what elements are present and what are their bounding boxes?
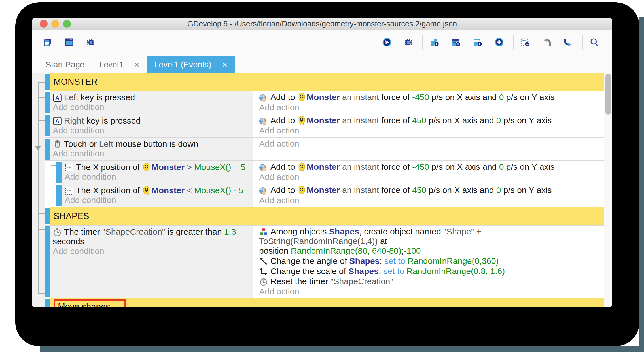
minimize-button[interactable] [51,20,59,28]
actions-column: Add to Monster an instant force of 450 p… [255,184,604,207]
tab-start-page[interactable]: Start Page [38,56,92,73]
sub-event-row: The X position of Monster > MouseX() + 5… [45,160,604,184]
event-handle[interactable] [45,208,50,224]
event-handle[interactable] [45,115,50,136]
search-button[interactable] [587,34,604,50]
condition-sentence[interactable]: The X position of Monster > MouseX() + 5 [65,162,250,172]
debug-button[interactable] [401,34,418,50]
traffic-lights [40,20,71,28]
toolbar-right-group [518,34,578,50]
text-segment-plain: at [378,236,387,246]
text-segment-expr: RandomInRange(0.8, 1.6) [406,266,505,276]
condition-sentence[interactable]: The X position of Monster < MouseX() - 5 [65,186,250,195]
tab-level1-events[interactable]: Level1 (Events)× [147,56,235,73]
scrollbar-thumb[interactable] [605,74,611,115]
group-event[interactable]: MONSTER [50,73,604,91]
tab-close-icon[interactable]: × [134,60,140,69]
play-button[interactable] [380,34,396,50]
event-handle[interactable] [45,299,50,307]
text-segment-object: Shapes [329,227,359,236]
toolbar-separator [513,35,514,50]
delete-event-icon [521,38,530,47]
conditions-column: Touch or Left mouse button is downAdd co… [50,138,253,160]
group-event-label[interactable]: Move shapes [58,302,110,307]
add-action-button[interactable]: Add action [259,287,601,296]
event-handle[interactable] [45,92,50,113]
toolbar-right-group [380,34,418,50]
timer-icon [53,228,62,237]
conditions-column: ARight key is pressedAdd condition [50,114,253,137]
debug-button[interactable] [84,34,100,50]
add-subevent-button[interactable] [449,34,465,50]
text-segment-plain: Add to [270,162,297,171]
action-sentence[interactable]: Add to Monster an instant force of -450 … [259,162,601,172]
add-comment-button[interactable] [471,34,487,50]
monster-icon [298,186,306,195]
group-event-label[interactable]: MONSTER [54,77,98,87]
text-segment-param: an instant [340,162,382,171]
action-sentence[interactable]: Add to Monster an instant force of 450 p… [259,185,601,195]
add-action-button[interactable]: Add action [259,139,601,149]
actions-column: Add to Monster an instant force of 450 p… [255,114,604,137]
text-segment-expr: 450 [412,116,426,125]
event-handle[interactable] [56,162,62,183]
condition-sentence[interactable]: ARight key is pressed [53,116,250,126]
zoom-button[interactable] [63,20,71,28]
condition-sentence[interactable]: ALeft key is pressed [53,93,250,102]
project-manager-icon [43,38,52,47]
add-condition-button[interactable]: Add condition [53,246,250,256]
text-segment-plain: , create object named [359,227,444,236]
close-button[interactable] [40,20,48,28]
action-sentence[interactable]: Change the scale of Shapes: set to Rando… [259,266,601,276]
action-sentence[interactable]: Among objects Shapes, create object name… [259,227,601,256]
text-segment-plain: p/s on Y axis [504,92,554,102]
conditions-column: The timer "ShapeCreation" is greater tha… [50,226,253,298]
text-segment-param: Right [64,116,86,125]
event-handle[interactable] [45,226,50,297]
scale-icon [259,267,268,276]
collapse-toggle-icon[interactable] [35,146,41,150]
add-action-button[interactable]: Add action [259,126,601,135]
object-reference: Monster [297,185,340,195]
tree-stub [38,97,45,98]
redo-icon [564,38,573,47]
force-hand-icon [259,93,268,102]
action-sentence[interactable]: Add to Monster an instant force of 450 p… [259,116,601,125]
add-plus-button[interactable] [492,34,509,50]
add-action-button[interactable]: Add action [259,196,601,205]
add-condition-button[interactable]: Add condition [65,172,250,182]
event-row: The timer "ShapeCreation" is greater tha… [45,225,604,298]
project-manager-button[interactable] [41,34,57,50]
group-event[interactable]: SHAPES [50,207,604,225]
action-sentence[interactable]: Change the angle of Shapes: set to Rando… [259,256,601,266]
text-segment-plain: Add to [270,185,297,195]
add-action-button[interactable]: Add action [259,172,601,182]
add-comment-icon [473,38,482,47]
delete-event-button[interactable] [518,34,535,50]
event-handle[interactable] [45,139,50,160]
undo-button[interactable] [540,34,556,50]
text-segment-plain: Reset the timer [270,277,331,286]
mouse-icon [53,140,62,149]
scene-editor-button[interactable] [62,34,79,50]
group-event-label[interactable]: SHAPES [54,211,89,221]
add-event-icon [430,38,439,47]
action-sentence[interactable]: Reset the timer "ShapeCreation" [259,277,601,286]
condition-sentence[interactable]: The timer "ShapeCreation" is greater tha… [53,227,250,246]
add-event-button[interactable] [427,34,444,50]
condition-sentence[interactable]: Touch or Left mouse button is down [53,139,250,149]
event-handle[interactable] [56,185,62,206]
action-sentence[interactable]: Add to Monster an instant force of -450 … [259,92,601,102]
tab-level1[interactable]: Level1× [92,56,147,73]
add-condition-button[interactable]: Add condition [53,102,250,112]
object-reference: Monster [297,92,340,102]
redo-button[interactable] [561,34,578,50]
add-condition-button[interactable]: Add condition [65,195,250,205]
add-condition-button[interactable]: Add condition [53,126,250,135]
tab-close-icon[interactable]: × [222,60,228,69]
event-handle[interactable] [45,74,50,90]
group-event[interactable]: Move shapes [50,298,604,307]
add-condition-button[interactable]: Add condition [53,149,250,158]
text-segment-expr: RandomInRange(80, 640-80) [291,246,401,255]
add-action-button[interactable]: Add action [259,103,601,112]
